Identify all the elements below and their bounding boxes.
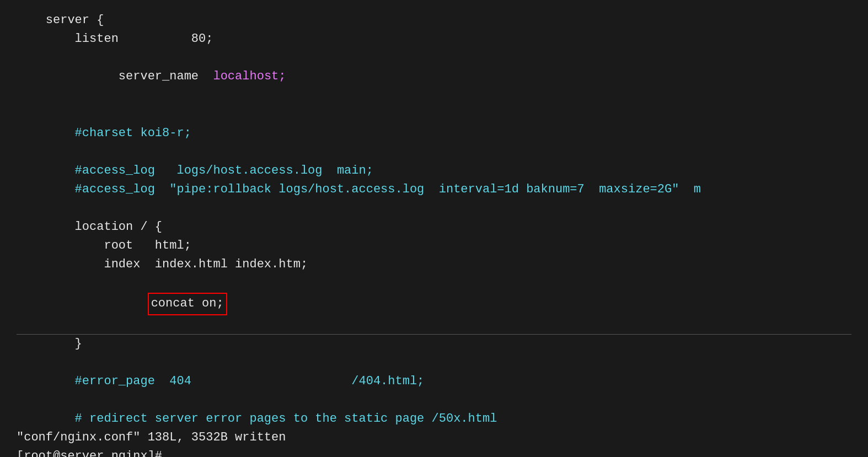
code-indent [60,297,147,310]
code-blank-4 [17,353,851,372]
code-section-2: } #error_page 404 /404.html; # redirect … [17,335,851,428]
code-line-index: index index.html index.htm; [17,255,851,274]
code-blank-5 [17,391,851,410]
output-prompt-1: [root@server nginx]# [17,447,851,457]
code-blank-1 [17,105,851,123]
code-section: server { listen 80; server_name localhos… [17,11,851,334]
code-line-1: server { [17,11,851,30]
output-written: "conf/nginx.conf" 138L, 3532B written [17,428,851,447]
code-blank-2 [17,143,851,162]
code-line-concat: concat on; [17,274,851,334]
code-comment-2: #access_log logs/host.access.log main; [17,162,851,180]
code-line-root: root html; [17,236,851,255]
code-line-2: listen 80; [17,30,851,49]
code-redirect-comment: # redirect server error pages to the sta… [17,410,851,428]
code-close-location: } [17,335,851,353]
code-line-location: location / { [17,218,851,236]
code-line-3: server_name localhost; [17,49,851,105]
terminal-window: server { listen 80; server_name localhos… [0,0,868,457]
terminal-output-section: "conf/nginx.conf" 138L, 3532B written [r… [17,428,851,457]
concat-highlighted: concat on; [148,293,227,315]
code-error-page: #error_page 404 /404.html; [17,372,851,391]
code-blank-3 [17,199,851,218]
code-value: localhost; [213,69,286,83]
code-comment-1: #charset koi8-r; [17,124,851,143]
code-comment-3: #access_log "pipe:rollback logs/host.acc… [17,180,851,199]
code-keyword: server_name [60,69,213,83]
